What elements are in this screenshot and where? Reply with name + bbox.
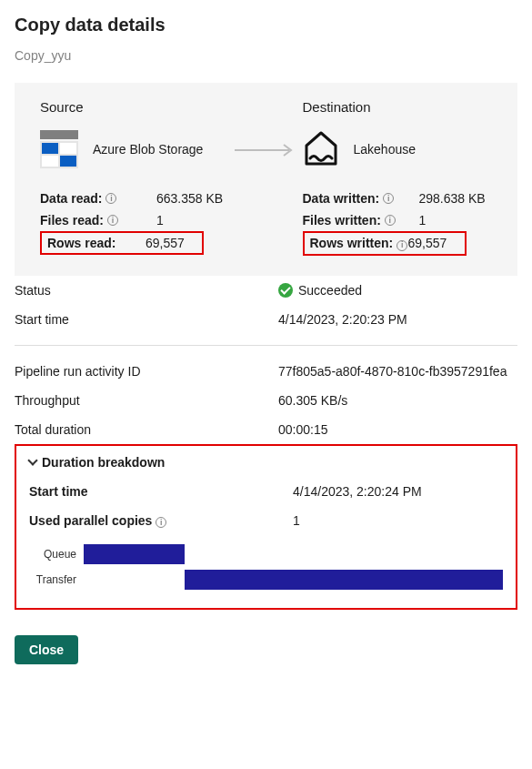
- rows-written-value: 69,557: [408, 236, 447, 250]
- info-icon[interactable]: i: [385, 215, 396, 226]
- data-read-value: 663.358 KB: [156, 191, 223, 206]
- page-title: Copy data details: [15, 15, 517, 35]
- source-column: Source Azure Blob Storage: [40, 99, 230, 171]
- svg-rect-4: [42, 156, 58, 167]
- svg-rect-3: [60, 143, 76, 154]
- source-destination-panel: Source Azure Blob Storage: [15, 83, 517, 276]
- chevron-down-icon: [27, 455, 37, 465]
- duration-bars-chart: Queue Transfer: [29, 544, 503, 590]
- rows-read-value: 69,557: [146, 236, 185, 250]
- throughput-value: 60.305 KB/s: [278, 393, 517, 408]
- svg-rect-0: [40, 130, 78, 139]
- source-stats: Data read: i 663.358 KB Files read: i 1 …: [40, 187, 230, 256]
- files-written-label: Files written: i: [303, 213, 419, 228]
- destination-column: Destination Lakehouse: [303, 99, 493, 171]
- info-icon[interactable]: i: [383, 193, 394, 204]
- svg-rect-5: [60, 156, 76, 167]
- data-written-value: 298.638 KB: [419, 191, 486, 206]
- source-heading: Source: [40, 99, 230, 115]
- total-duration-value: 00:00:15: [278, 422, 517, 437]
- transfer-bar-fill: [185, 570, 503, 590]
- status-value: Succeeded: [298, 283, 362, 298]
- rows-written-label: Rows written: i: [310, 236, 408, 251]
- breakdown-start-time-label: Start time: [29, 484, 293, 499]
- rows-read-highlight: Rows read: 69,557: [40, 231, 204, 255]
- success-icon: [278, 283, 293, 298]
- breakdown-start-time-value: 4/14/2023, 2:20:24 PM: [293, 484, 503, 499]
- queue-bar-fill: [84, 544, 185, 564]
- activity-id-label: Pipeline run activity ID: [15, 364, 278, 379]
- azure-blob-storage-icon: [40, 130, 78, 168]
- start-time-label: Start time: [15, 312, 278, 327]
- start-time-value: 4/14/2023, 2:20:23 PM: [278, 312, 517, 327]
- rows-read-label: Rows read:: [47, 236, 146, 250]
- throughput-label: Throughput: [15, 393, 278, 408]
- arrow-icon: [230, 99, 303, 171]
- source-type-label: Azure Blob Storage: [93, 142, 203, 157]
- files-read-value: 1: [156, 213, 164, 228]
- transfer-bar-label: Transfer: [29, 573, 84, 586]
- rows-written-highlight: Rows written: i 69,557: [303, 231, 467, 256]
- activity-id-value: 77f805a5-a80f-4870-810c-fb3957291fea: [278, 364, 517, 379]
- destination-heading: Destination: [303, 99, 493, 115]
- total-duration-label: Total duration: [15, 422, 278, 437]
- info-icon[interactable]: i: [396, 240, 407, 251]
- destination-type-label: Lakehouse: [354, 142, 417, 157]
- parallel-copies-value: 1: [293, 513, 503, 529]
- destination-stats: Data written: i 298.638 KB Files written…: [303, 187, 493, 256]
- files-read-label: Files read: i: [40, 213, 156, 228]
- lakehouse-icon: [303, 129, 339, 170]
- info-icon[interactable]: i: [107, 215, 118, 226]
- divider: [15, 345, 517, 346]
- activity-name: Copy_yyu: [15, 48, 517, 63]
- duration-breakdown-panel: Duration breakdown Start time 4/14/2023,…: [15, 444, 517, 611]
- parallel-copies-label: Used parallel copies i: [29, 513, 293, 529]
- info-icon[interactable]: i: [105, 193, 116, 204]
- duration-breakdown-toggle[interactable]: Duration breakdown: [29, 455, 503, 470]
- files-written-value: 1: [419, 213, 427, 228]
- svg-rect-2: [42, 143, 58, 154]
- info-icon[interactable]: i: [156, 517, 166, 528]
- data-written-label: Data written: i: [303, 191, 419, 206]
- queue-bar-label: Queue: [29, 548, 84, 561]
- data-read-label: Data read: i: [40, 191, 156, 206]
- close-button[interactable]: Close: [15, 635, 78, 664]
- status-label: Status: [15, 283, 278, 298]
